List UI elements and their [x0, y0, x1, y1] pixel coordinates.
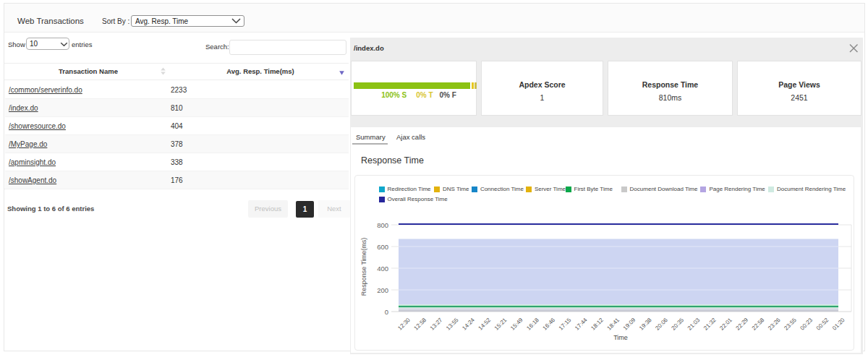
svg-text:00:23: 00:23 — [799, 317, 814, 332]
svg-text:Time: Time — [613, 334, 628, 341]
svg-text:12:30: 12:30 — [396, 317, 412, 332]
svg-text:15:21: 15:21 — [493, 317, 509, 332]
svg-text:14:52: 14:52 — [477, 317, 493, 332]
svg-text:13:27: 13:27 — [429, 317, 444, 332]
svg-text:19:38: 19:38 — [638, 317, 653, 332]
svg-text:23:26: 23:26 — [767, 317, 782, 332]
svg-text:00:52: 00:52 — [815, 317, 830, 332]
svg-text:0: 0 — [385, 308, 388, 316]
svg-text:18:12: 18:12 — [590, 317, 605, 332]
svg-text:19:09: 19:09 — [622, 317, 637, 332]
svg-text:12:58: 12:58 — [413, 317, 428, 332]
svg-text:22:58: 22:58 — [751, 317, 766, 332]
svg-text:20:06: 20:06 — [654, 317, 669, 332]
svg-text:14:24: 14:24 — [461, 317, 476, 332]
svg-text:22:01: 22:01 — [718, 317, 733, 332]
svg-text:17:44: 17:44 — [574, 317, 589, 332]
svg-text:17:15: 17:15 — [558, 317, 573, 332]
svg-text:13:55: 13:55 — [445, 317, 460, 332]
svg-text:22:29: 22:29 — [735, 317, 750, 332]
svg-text:20:35: 20:35 — [671, 317, 686, 332]
svg-text:21:03: 21:03 — [686, 317, 702, 332]
svg-text:16:46: 16:46 — [542, 317, 557, 332]
svg-text:400: 400 — [377, 265, 388, 273]
svg-text:600: 600 — [377, 243, 388, 251]
svg-text:16:18: 16:18 — [525, 317, 540, 332]
svg-text:21:32: 21:32 — [702, 317, 718, 332]
svg-text:01:20: 01:20 — [831, 317, 846, 332]
svg-text:15:49: 15:49 — [509, 317, 524, 332]
svg-text:200: 200 — [377, 286, 388, 294]
svg-text:18:41: 18:41 — [606, 317, 621, 332]
svg-text:Response Time(ms): Response Time(ms) — [360, 238, 367, 296]
svg-text:800: 800 — [377, 221, 388, 229]
svg-text:23:55: 23:55 — [783, 317, 798, 332]
